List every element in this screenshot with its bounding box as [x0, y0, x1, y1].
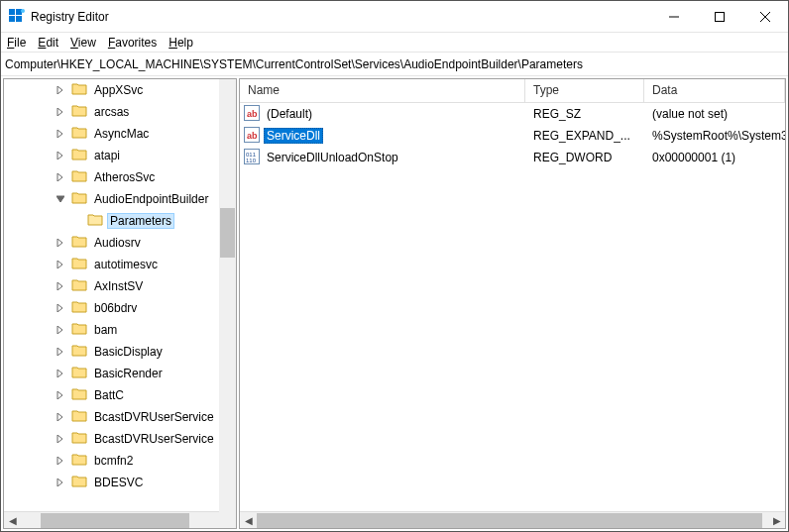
svg-rect-3: [16, 16, 22, 22]
chevron-right-icon[interactable]: [54, 345, 67, 359]
folder-icon: [67, 168, 91, 187]
tree-item-label: AtherosSvc: [91, 169, 158, 185]
tree-item-label: arcsas: [91, 104, 132, 120]
list-body[interactable]: ab (Default)REG_SZ(value not set) ab Ser…: [240, 103, 785, 511]
tree-item[interactable]: b06bdrv: [4, 297, 236, 319]
tree-item[interactable]: bcmfn2: [4, 450, 236, 472]
minimize-button[interactable]: [651, 1, 697, 33]
chevron-right-icon[interactable]: [54, 476, 67, 489]
tree-item[interactable]: AxInstSV: [4, 275, 236, 297]
folder-icon: [67, 81, 91, 100]
folder-icon: [67, 386, 91, 405]
regedit-icon: [9, 9, 25, 25]
column-header-name[interactable]: Name: [240, 79, 525, 102]
folder-icon: [67, 190, 91, 209]
chevron-right-icon[interactable]: [54, 454, 67, 468]
chevron-right-icon[interactable]: [54, 105, 67, 119]
svg-rect-6: [716, 12, 725, 21]
maximize-button[interactable]: [697, 1, 742, 33]
list-pane: Name Type Data ab (Default)REG_SZ(value …: [239, 78, 786, 529]
scroll-right-icon[interactable]: ▶: [768, 512, 785, 529]
chevron-right-icon[interactable]: [54, 149, 67, 162]
chevron-right-icon[interactable]: [54, 236, 67, 250]
scroll-left-icon[interactable]: ◀: [240, 512, 257, 529]
folder-icon: [67, 256, 91, 274]
menu-bar: File Edit View Favorites Help: [1, 33, 788, 53]
chevron-right-icon[interactable]: [54, 367, 67, 380]
chevron-right-icon[interactable]: [54, 83, 67, 97]
tree-horizontal-scrollbar[interactable]: ◀ ▶: [4, 511, 236, 528]
value-data: %SystemRoot%\System32\...: [644, 129, 785, 143]
column-header-data[interactable]: Data: [644, 79, 785, 102]
svg-rect-0: [9, 9, 15, 15]
chevron-right-icon[interactable]: [54, 170, 67, 184]
chevron-right-icon[interactable]: [54, 432, 67, 446]
tree-item[interactable]: AtherosSvc: [4, 166, 236, 188]
tree-item[interactable]: AudioEndpointBuilder: [4, 188, 236, 210]
tree-scroll-area[interactable]: AppXSvc arcsas AsyncMac atapi AtherosSvc…: [4, 79, 236, 511]
tree-item-label: AsyncMac: [91, 126, 152, 142]
menu-file[interactable]: File: [7, 36, 26, 50]
tree-item-label: atapi: [91, 148, 123, 163]
value-name: ServiceDllUnloadOnStop: [264, 150, 401, 165]
tree-toggle-empty: [69, 214, 83, 228]
value-row[interactable]: ab ServiceDllREG_EXPAND_...%SystemRoot%\…: [240, 125, 785, 147]
tree-item[interactable]: BDESVC: [4, 472, 236, 493]
chevron-right-icon[interactable]: [54, 388, 67, 402]
folder-icon: [67, 125, 91, 144]
value-name: (Default): [264, 106, 315, 122]
svg-rect-1: [16, 9, 22, 15]
value-type: REG_EXPAND_...: [525, 129, 644, 143]
scroll-left-icon[interactable]: ◀: [4, 512, 21, 529]
menu-view[interactable]: View: [70, 36, 96, 50]
tree-vertical-scrollbar[interactable]: [219, 79, 236, 528]
tree-item[interactable]: arcsas: [4, 101, 236, 123]
tree-item[interactable]: BcastDVRUserService: [4, 428, 236, 450]
chevron-down-icon[interactable]: [54, 192, 67, 206]
tree-item[interactable]: AsyncMac: [4, 123, 236, 145]
value-type: REG_SZ: [525, 107, 644, 121]
tree-item[interactable]: bam: [4, 319, 236, 341]
chevron-right-icon[interactable]: [54, 258, 67, 271]
value-row[interactable]: 011 110 ServiceDllUnloadOnStopREG_DWORD0…: [240, 147, 785, 168]
tree-item-label: BasicRender: [91, 366, 166, 381]
svg-point-4: [21, 9, 25, 13]
tree-item-label: bcmfn2: [91, 453, 136, 469]
list-header-row: Name Type Data: [240, 79, 785, 103]
value-row[interactable]: ab (Default)REG_SZ(value not set): [240, 103, 785, 125]
chevron-right-icon[interactable]: [54, 301, 67, 315]
list-horizontal-scrollbar[interactable]: ◀ ▶: [240, 511, 785, 528]
tree-item-label: BcastDVRUserService: [91, 409, 217, 425]
string-value-icon: ab: [244, 127, 260, 146]
tree-item[interactable]: Audiosrv: [4, 232, 236, 254]
tree-item[interactable]: BattC: [4, 384, 236, 406]
folder-icon: [67, 343, 91, 362]
tree-item-label: BDESVC: [91, 475, 146, 490]
svg-text:110: 110: [246, 158, 257, 163]
tree-item[interactable]: BasicDisplay: [4, 341, 236, 363]
chevron-right-icon[interactable]: [54, 127, 67, 141]
svg-rect-2: [9, 16, 15, 22]
column-header-type[interactable]: Type: [525, 79, 644, 102]
tree-item[interactable]: BasicRender: [4, 363, 236, 384]
menu-edit[interactable]: Edit: [38, 36, 58, 50]
tree-item[interactable]: atapi: [4, 145, 236, 166]
close-button[interactable]: [742, 1, 788, 33]
folder-icon: [67, 234, 91, 253]
tree-item[interactable]: AppXSvc: [4, 79, 236, 101]
tree-item[interactable]: BcastDVRUserService: [4, 406, 236, 428]
menu-favorites[interactable]: Favorites: [108, 36, 157, 50]
tree-item-label: BcastDVRUserService: [91, 431, 217, 447]
chevron-right-icon[interactable]: [54, 279, 67, 293]
tree-item-label: Parameters: [107, 213, 174, 229]
address-text[interactable]: Computer\HKEY_LOCAL_MACHINE\SYSTEM\Curre…: [5, 57, 583, 71]
folder-icon: [67, 474, 91, 492]
folder-icon: [67, 452, 91, 471]
tree-item[interactable]: Parameters: [4, 210, 236, 232]
chevron-right-icon[interactable]: [54, 410, 67, 424]
chevron-right-icon[interactable]: [54, 323, 67, 337]
folder-icon: [67, 408, 91, 427]
tree-item[interactable]: autotimesvc: [4, 254, 236, 275]
folder-icon: [67, 277, 91, 296]
menu-help[interactable]: Help: [169, 36, 193, 50]
